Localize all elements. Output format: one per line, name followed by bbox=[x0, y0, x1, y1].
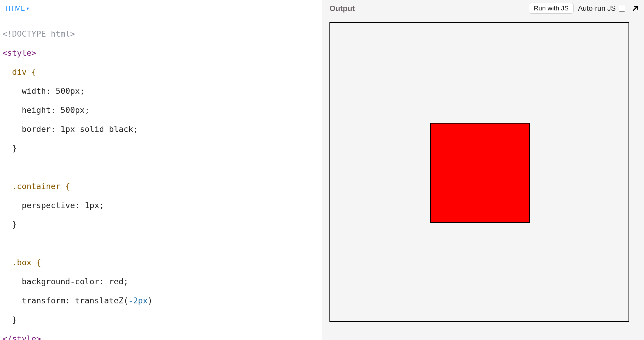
code-prop: background-color bbox=[2, 277, 99, 286]
code-line: <!DOCTYPE html> bbox=[2, 29, 75, 38]
code-line: } bbox=[2, 315, 17, 324]
preview-container-div bbox=[329, 22, 629, 322]
code-prop: transform bbox=[2, 296, 65, 305]
code-prop: perspective bbox=[2, 201, 75, 210]
output-title: Output bbox=[329, 4, 355, 13]
code-val: translateZ( bbox=[70, 296, 128, 305]
code-val: red bbox=[104, 277, 123, 286]
code-line: div { bbox=[2, 67, 36, 77]
editor-language-selector[interactable]: HTML ▾ bbox=[0, 0, 322, 17]
svg-line-0 bbox=[634, 7, 637, 10]
chevron-down-icon: ▾ bbox=[27, 6, 29, 11]
auto-run-js-label: Auto-run JS bbox=[578, 4, 616, 13]
code-line: } bbox=[2, 144, 17, 153]
code-val: 1px solid black bbox=[56, 124, 133, 134]
code-editor[interactable]: <!DOCTYPE html> <style> div { width: 500… bbox=[0, 17, 322, 340]
preview-box-div bbox=[430, 123, 530, 223]
code-prop: width bbox=[2, 86, 46, 96]
code-prop: height bbox=[2, 105, 51, 115]
code-val: ) bbox=[148, 296, 153, 305]
code-val: 500px bbox=[51, 86, 80, 96]
code-line: .box { bbox=[2, 258, 41, 267]
language-label: HTML bbox=[5, 4, 25, 13]
code-val: 500px bbox=[56, 105, 85, 115]
auto-run-js-checkbox[interactable] bbox=[619, 5, 625, 12]
app-root: HTML ▾ <!DOCTYPE html> <style> div { wid… bbox=[0, 0, 644, 340]
code-prop: border bbox=[2, 124, 51, 134]
code-line: </style> bbox=[2, 334, 41, 340]
code-line: .container { bbox=[2, 182, 70, 191]
code-line: } bbox=[2, 220, 17, 229]
editor-pane: HTML ▾ <!DOCTYPE html> <style> div { wid… bbox=[0, 0, 322, 340]
code-line: <style> bbox=[2, 48, 36, 57]
code-val: -2px bbox=[128, 296, 148, 305]
expand-icon[interactable] bbox=[631, 4, 639, 12]
run-with-js-button[interactable]: Run with JS bbox=[529, 3, 574, 14]
auto-run-js-toggle[interactable]: Auto-run JS bbox=[578, 4, 626, 13]
code-val: 1px bbox=[80, 201, 99, 210]
output-preview bbox=[329, 22, 618, 322]
output-pane: Output Run with JS Auto-run JS bbox=[322, 0, 644, 340]
output-toolbar: Output Run with JS Auto-run JS bbox=[322, 0, 644, 17]
